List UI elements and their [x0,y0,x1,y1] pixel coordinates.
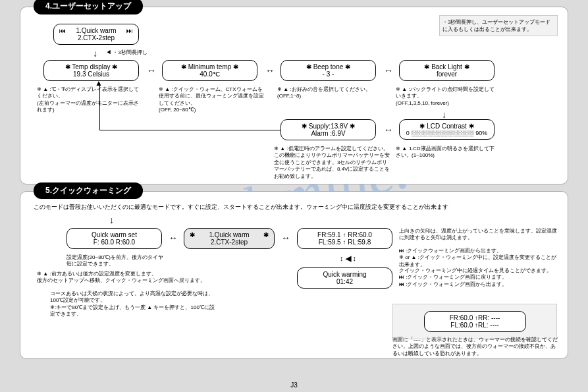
star-right-icon: ✱ [263,231,269,238]
hold-label: ◀ ・3秒間長押し [106,49,147,56]
arrow-right-icon-2: ↔ [265,65,275,76]
beep-header: ✱ Beep tone ✱ [286,63,370,70]
temps-desc1: 上向きの矢印は、温度が上がっていることを意味します。設定温度に到達すると矢印は消… [399,228,557,242]
arrow-down-icon-3: ↓ [109,215,114,225]
arrow-left-icon: ↔ [384,125,393,135]
lcd-header: ✱ LCD Contrast ✱ [405,123,489,130]
min-temp-header: ✱ Minimum temp ✱ [168,63,252,70]
supply-desc: ❄ ▲ :低電圧時のアラームを設定してください。この機能によりリチウムポリマーバ… [274,146,392,180]
section-4-title: 4.ユーザーセットアップ [34,0,143,14]
backlight-header: ✱ Back Light ✱ [405,63,489,70]
arrow-up-icon: ▲ [95,78,103,88]
menu-s5-line1: 1.Quick warm [209,231,249,238]
err-desc: 画面に「----」と表示されたときは、ウォーマーの接続を確認してください。上図の… [392,337,560,357]
arrow-down-icon-2: ↓ [442,109,446,120]
qw-set-box: Quick warm set F: 60.0 R:60.0 [67,228,162,249]
min-temp-desc: ❄ ▲ :クイック・ウォーム、CTXウォームを使用する前に、最低ウォーミング温度… [159,86,264,114]
lcd-box: ✱ LCD Contrast ✱ 0 ░░░░░░░░░░░░░░░ 90% [399,119,494,140]
qw-set-desc1: 設定温度(20~80℃)を前方、後方のタイヤ毎に設定できます。 [67,254,165,268]
err-line1: FR:60.0 ↑RR: ---- [430,314,520,322]
menu-box-s4: ⏮ 1.Quick warm ⏭ 2.CTX-2step [53,24,139,45]
temps-box: FR:59.1 ↑ RR:60.0 FL:59.5 ↑ RL:59.8 [297,228,392,249]
qw-set-header: Quick warm set [72,231,156,238]
beep-box: ✱ Beep tone ✱ - 3 - [281,60,376,81]
temps-desc2: ⏭ :クイックウォーミング画面から出ます。 ❄ or ▲ :クイック・ウォーミン… [399,248,560,268]
temps-line1: FR:59.1 ↑ RR:60.0 [303,231,387,238]
min-temp-value: 40.0℃ [168,70,252,78]
star-left-icon: ✱ [190,231,195,238]
next-icon: ⏭ [126,27,133,34]
beep-desc: ❄ ▲ :お好みの音を選択してください。 (OFF,1~8) [277,86,376,100]
temp-display-header: ✱ Temp display ✱ [49,63,133,70]
menu-s5-line2: 2.CTX-2step [211,238,248,246]
backlight-desc: ❄ ▲ :バックライトの点灯時間を設定していきます。 (OFF,1,3,5,10… [396,86,494,107]
menu-line1: 1.Quick warm [76,27,116,34]
prev-icon: ⏮ [59,27,66,34]
section-5-panel: 5.クイックウォーミング このモードは普段お使いいただくのに最適なモードです。す… [20,191,568,359]
err-line2: FL:60.0 ↑RL: ---- [430,322,520,329]
temp-display-box: ✱ Temp display ✱ 19.3 Celsius [43,60,139,81]
lcd-bar: 0 ░░░░░░░░░░░░░░░ 90% [405,130,489,136]
arrow-right-icon-4: ↔ [169,233,178,243]
timer-line2: 01:42 [303,278,387,285]
timer-desc: クイック・ウォーミング中に経過タイムを見ることができます。 ⏭ :クイック・ウォ… [399,267,560,288]
backlight-value: forever [405,70,489,78]
arrow-right-icon-5: ↔ [281,233,290,243]
err-outer: FR:60.0 ↑RR: ---- FL:60.0 ↑RL: ---- [392,304,557,339]
section-4-panel: 4.ユーザーセットアップ ・3秒間長押し、ユーザーセットアップモードに入るもしく… [20,7,568,184]
min-temp-box: ✱ Minimum temp ✱ 40.0℃ [162,60,257,81]
supply-box: ✱ Supply:13.8V ✱ Alarm :6.9V [281,119,376,140]
qw-set-desc2: ❄ ▲ :前方あるいは後方の設定温度を変更します。 後方のセットアップへ移動、ク… [37,271,208,285]
arrow-down-icon: ↓ [93,48,97,59]
section5-intro: このモードは普段お使いいただくのに最適なモードです。すぐに設定、スタートすること… [34,204,547,211]
backlight-box: ✱ Back Light ✱ forever [399,60,494,81]
menu-line2: 2.CTX-2step [78,34,115,42]
menu-box-s5: ✱ 1.Quick warm ✱ 2.CTX-2step [184,228,275,249]
qw-set-desc3: コースあるいは天候の状況によって、より高温な設定が必要な時は、100℃設定が可能… [50,291,215,318]
temp-display-value: 19.3 Celsius [49,70,133,78]
hold-note: ・3秒間長押し、ユーザーセットアップモードに入るもしくは出ることが出来ます。 [439,15,558,36]
qw-set-line2: F: 60.0 R:60.0 [72,238,156,246]
supply-line2: Alarm :6.9V [286,130,370,137]
supply-line1: ✱ Supply:13.8V ✱ [286,123,370,130]
timer-line1: Quick warming [303,271,387,278]
arrow-right-icon-3: ↔ [384,65,393,76]
err-box: FR:60.0 ↑RR: ---- FL:60.0 ↑RL: ---- [424,311,526,332]
section-5-title: 5.クイックウォーミング [34,182,143,199]
page-number: J3 [290,381,298,389]
temp-display-desc: ❄ ▲ :℃・℉のディスプレイ表示を選択してください。 (左前ウォーマーの温度が… [37,86,139,114]
arrow-bidir-icon: ↕ ◀ ↕ [340,254,356,263]
temps-line2: FL:59.5 ↑ RL:59.8 [303,238,387,246]
lcd-desc: ❄ ▲ :LCD液晶画面の明るさを選択して下さい。(1~100%) [396,146,494,159]
arrow-right-icon: ↔ [147,65,156,76]
timer-box: Quick warming 01:42 [297,267,392,289]
beep-value: - 3 - [286,70,370,78]
